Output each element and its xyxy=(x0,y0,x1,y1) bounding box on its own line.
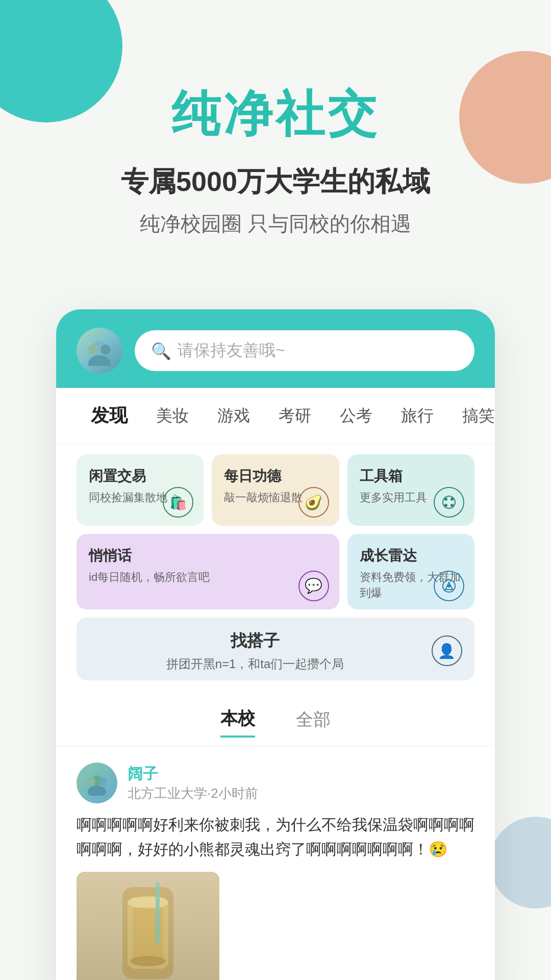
post-content: 啊啊啊啊啊好利来你被刺我，为什么不给我保温袋啊啊啊啊啊啊啊，好好的小熊都灵魂出窍… xyxy=(77,813,474,862)
feature-growth-title: 成长雷达 xyxy=(360,546,462,566)
nav-item-game[interactable]: 游戏 xyxy=(203,400,264,432)
svg-point-19 xyxy=(128,896,168,909)
svg-rect-22 xyxy=(156,882,160,943)
feature-card-trade[interactable]: 闲置交易 同校捡漏集散地 🛍️ xyxy=(77,454,204,526)
post-username: 阔子 xyxy=(128,764,258,785)
svg-point-5 xyxy=(444,498,447,501)
svg-point-11 xyxy=(447,584,450,587)
feature-tools-title: 工具箱 xyxy=(360,467,462,486)
svg-point-8 xyxy=(450,504,454,507)
svg-rect-16 xyxy=(77,872,219,980)
feature-trade-icon: 🛍️ xyxy=(163,487,193,518)
svg-point-6 xyxy=(450,498,454,501)
nav-item-travel[interactable]: 旅行 xyxy=(387,400,448,432)
nav-item-fun[interactable]: 搞笑 xyxy=(448,400,495,432)
feature-whisper-icon: 💬 xyxy=(298,571,329,601)
tab-local-school[interactable]: 本校 xyxy=(220,707,255,738)
feature-daily-icon: 🥑 xyxy=(298,487,329,518)
feature-whisper-desc: id每日随机，畅所欲言吧 xyxy=(89,570,327,585)
hero-title: 纯净社交 xyxy=(31,82,520,148)
search-placeholder-text: 请保持友善哦~ xyxy=(178,339,285,362)
post-header: 阔子 北方工业大学·2小时前 xyxy=(77,763,474,803)
nav-item-discover[interactable]: 发现 xyxy=(77,398,142,433)
feature-growth-icon xyxy=(434,571,464,601)
svg-rect-20 xyxy=(133,908,163,959)
feature-card-partner[interactable]: 找搭子 拼团开黑n=1，和ta们一起攒个局 👤 xyxy=(77,618,474,681)
app-topbar: 🔍 请保持友善哦~ xyxy=(56,309,495,388)
feature-card-whisper[interactable]: 悄悄话 id每日随机，畅所欲言吧 💬 xyxy=(77,534,339,609)
feature-daily-title: 每日功德 xyxy=(224,467,327,486)
feature-whisper-title: 悄悄话 xyxy=(89,546,327,566)
hero-subtitle1: 专属5000万大学生的私域 xyxy=(31,163,520,201)
feature-card-tools[interactable]: 工具箱 更多实用工具 xyxy=(347,454,474,526)
app-user-avatar[interactable] xyxy=(77,328,122,374)
svg-point-13 xyxy=(88,786,106,796)
hero-section: 纯净社交 专属5000万大学生的私域 纯净校园圈 只与同校的你相遇 xyxy=(0,0,551,279)
nav-item-exam[interactable]: 公考 xyxy=(325,400,387,432)
svg-point-14 xyxy=(87,777,95,786)
svg-point-1 xyxy=(88,355,111,366)
svg-rect-17 xyxy=(122,887,173,979)
svg-point-7 xyxy=(444,504,447,507)
feature-card-growth[interactable]: 成长雷达 资料免费领，大群加到爆 xyxy=(347,534,474,609)
svg-point-3 xyxy=(101,345,111,355)
feature-trade-title: 闲置交易 xyxy=(89,467,191,486)
feature-partner-title: 找搭子 xyxy=(89,630,421,652)
feature-grid: 闲置交易 同校捡漏集散地 🛍️ 每日功德 敲一敲烦恼退散 🥑 工具箱 更多实用工… xyxy=(56,444,495,691)
svg-point-2 xyxy=(88,345,98,355)
feature-card-daily[interactable]: 每日功德 敲一敲烦恼退散 🥑 xyxy=(212,454,339,526)
app-mockup: 🔍 请保持友善哦~ 发现 美妆 游戏 考研 公考 旅行 搞笑 ≡ 闲置交易 同校… xyxy=(56,309,495,980)
post-item: 阔子 北方工业大学·2小时前 啊啊啊啊啊好利来你被刺我，为什么不给我保温袋啊啊啊… xyxy=(56,746,495,980)
post-school: 北方工业大学·2小时前 xyxy=(128,785,258,802)
bg-decoration-br xyxy=(490,817,551,909)
svg-point-15 xyxy=(98,777,107,786)
nav-item-research[interactable]: 考研 xyxy=(264,400,325,432)
tab-all[interactable]: 全部 xyxy=(296,708,331,737)
hero-subtitle2: 纯净校园圈 只与同校的你相遇 xyxy=(31,210,520,238)
feature-partner-icon: 👤 xyxy=(432,635,462,666)
search-bar[interactable]: 🔍 请保持友善哦~ xyxy=(135,330,474,371)
svg-rect-18 xyxy=(128,897,168,969)
app-nav: 发现 美妆 游戏 考研 公考 旅行 搞笑 ≡ xyxy=(56,388,495,444)
post-image[interactable] xyxy=(77,872,219,980)
svg-point-21 xyxy=(130,956,166,966)
post-meta: 阔子 北方工业大学·2小时前 xyxy=(128,764,258,802)
svg-point-4 xyxy=(443,496,455,508)
nav-item-beauty[interactable]: 美妆 xyxy=(142,400,203,432)
search-icon: 🔍 xyxy=(151,341,169,360)
post-avatar xyxy=(77,763,117,803)
content-tabs: 本校 全部 xyxy=(56,691,495,746)
feature-tools-icon xyxy=(434,487,464,518)
feature-partner-desc: 拼团开黑n=1，和ta们一起攒个局 xyxy=(89,655,421,673)
